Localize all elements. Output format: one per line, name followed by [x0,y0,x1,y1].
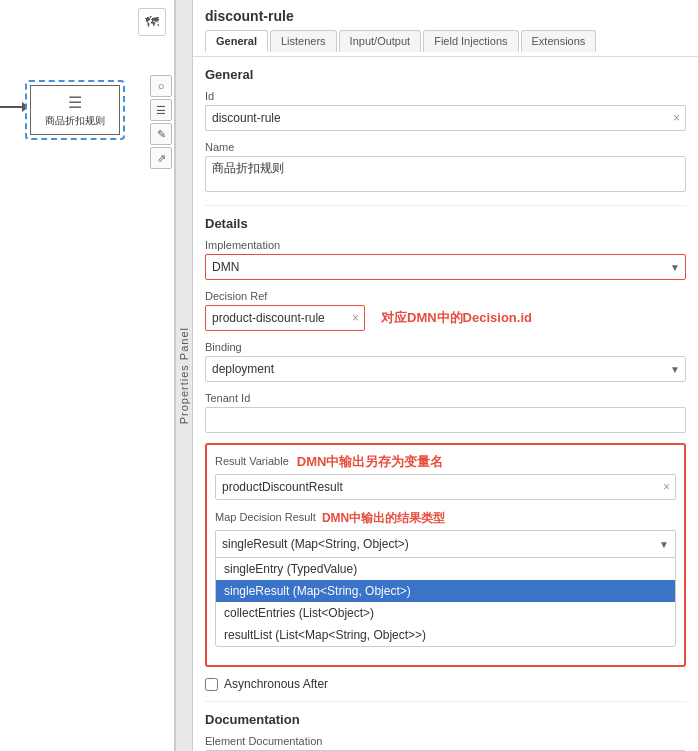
name-textarea[interactable]: 商品折扣规则 [205,156,686,192]
side-tools: ○ ☰ ✎ ⇗ [150,75,172,169]
map-decision-label-row: Map Decision Result DMN中输出的结果类型 [215,510,676,527]
map-decision-selected-row: singleResult (Map<String, Object>) ▼ [216,531,675,557]
right-panel: discount-rule General Listeners Input/Ou… [193,0,698,751]
async-after-row: Asynchronous After [205,677,686,691]
field-group-result-variable: Result Variable DMN中输出另存为变量名 × [215,453,676,500]
decision-ref-clear-btn[interactable]: × [350,311,361,325]
id-input-wrapper: × [205,105,686,131]
field-group-element-doc: Element Documentation [205,735,686,751]
result-variable-label: Result Variable [215,455,289,467]
tab-extensions[interactable]: Extensions [521,30,597,52]
tenant-id-input[interactable] [205,407,686,433]
tab-input-output[interactable]: Input/Output [339,30,422,52]
result-variable-input[interactable] [215,474,676,500]
panel-title: discount-rule [205,8,686,24]
tenant-id-label: Tenant Id [205,392,686,404]
properties-panel-label: Properties Panel [175,0,193,751]
decision-ref-annotation: 对应DMN中的Decision.id [381,309,532,327]
section-details-title: Details [205,216,686,231]
binding-label: Binding [205,341,686,353]
node-label: 商品折扣规则 [45,114,105,128]
decision-ref-input[interactable] [205,305,365,331]
implementation-select-wrapper: DMN Class Expression Delegate Expression… [205,254,686,280]
id-clear-btn[interactable]: × [671,111,682,125]
section-documentation-title: Documentation [205,712,686,727]
node-inner: ☰ 商品折扣规则 [30,85,120,135]
tab-field-injections[interactable]: Field Injections [423,30,518,52]
tab-listeners[interactable]: Listeners [270,30,337,52]
tab-general[interactable]: General [205,30,268,52]
binding-select[interactable]: deployment latest version versionTag [205,356,686,382]
field-group-id: Id × [205,90,686,131]
tabs-container: General Listeners Input/Output Field Inj… [205,30,686,52]
map-decision-dropdown: singleEntry (TypedValue) singleResult (M… [215,557,676,647]
divider-1 [205,205,686,206]
tenant-id-input-wrapper [205,407,686,433]
node-table-icon: ☰ [68,93,82,112]
side-tool-rect[interactable]: ☰ [150,99,172,121]
side-tool-edit[interactable]: ✎ [150,123,172,145]
section-general-title: General [205,67,686,82]
field-group-implementation: Implementation DMN Class Expression Dele… [205,239,686,280]
dropdown-option-single-result[interactable]: singleResult (Map<String, Object>) [216,580,675,602]
map-decision-label: Map Decision Result [215,511,316,523]
binding-select-wrapper: deployment latest version versionTag ▼ [205,356,686,382]
result-variable-annotation: DMN中输出另存为变量名 [297,453,444,471]
field-group-decision-ref: Decision Ref × 对应DMN中的Decision.id [205,290,686,331]
decision-ref-label: Decision Ref [205,290,686,302]
map-decision-annotation: DMN中输出的结果类型 [322,510,445,527]
dropdown-option-collect-entries[interactable]: collectEntries (List<Object>) [216,602,675,624]
dropdown-option-single-entry[interactable]: singleEntry (TypedValue) [216,558,675,580]
map-icon[interactable]: 🗺 [138,8,166,36]
async-after-checkbox[interactable] [205,678,218,691]
map-decision-dropdown-arrow: ▼ [659,539,669,550]
map-decision-selected-display: singleResult (Map<String, Object>) ▼ [215,530,676,558]
map-decision-selected-value: singleResult (Map<String, Object>) [222,537,659,551]
field-group-map-decision: Map Decision Result DMN中输出的结果类型 singleRe… [215,510,676,647]
decision-ref-input-wrapper: × [205,305,365,331]
side-tool-arrow[interactable]: ⇗ [150,147,172,169]
field-group-name: Name 商品折扣规则 [205,141,686,195]
implementation-select[interactable]: DMN Class Expression Delegate Expression… [205,254,686,280]
result-variable-input-wrapper: × [215,474,676,500]
panel-content: General Id × Name 商品折扣规则 Details Impleme… [193,57,698,751]
implementation-label: Implementation [205,239,686,251]
field-group-tenant-id: Tenant Id [205,392,686,433]
dropdown-option-result-list[interactable]: resultList (List<Map<String, Object>>) [216,624,675,646]
field-group-binding: Binding deployment latest version versio… [205,341,686,382]
id-label: Id [205,90,686,102]
canvas-toolbar: 🗺 [138,8,166,36]
async-after-label: Asynchronous After [224,677,328,691]
result-label-row: Result Variable DMN中输出另存为变量名 [215,453,676,471]
name-label: Name [205,141,686,153]
canvas-node[interactable]: ☰ 商品折扣规则 [25,80,125,140]
id-input[interactable] [205,105,686,131]
divider-2 [205,701,686,702]
element-doc-label: Element Documentation [205,735,686,747]
panel-header: discount-rule General Listeners Input/Ou… [193,0,698,57]
red-bordered-section: Result Variable DMN中输出另存为变量名 × Map Decis… [205,443,686,667]
side-tool-circle[interactable]: ○ [150,75,172,97]
properties-label-text: Properties Panel [178,327,190,424]
result-variable-clear-btn[interactable]: × [661,480,672,494]
canvas-area: 🗺 ☰ 商品折扣规则 ○ ☰ ✎ ⇗ [0,0,175,751]
